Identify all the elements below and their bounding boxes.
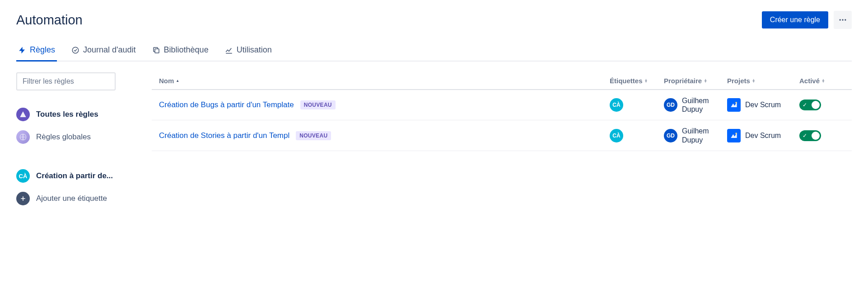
enabled-cell: ✓ bbox=[799, 100, 845, 110]
tab-usage[interactable]: Utilisation bbox=[223, 42, 274, 62]
rules-table: Nom ▲ Étiquettes ▲▼ Propriétaire ▲▼ Proj… bbox=[152, 72, 852, 210]
sidebar-item-global-rules[interactable]: Règles globales bbox=[16, 126, 134, 148]
tab-label: Journal d'audit bbox=[83, 45, 136, 55]
chart-icon bbox=[225, 46, 233, 54]
svg-point-0 bbox=[840, 19, 841, 20]
tabs: Règles Journal d'audit Bibliothèque Util… bbox=[16, 42, 852, 62]
column-projects[interactable]: Projets ▲▼ bbox=[727, 77, 799, 85]
svg-point-3 bbox=[72, 47, 79, 53]
globe-icon bbox=[16, 130, 30, 144]
sort-icon: ▲ bbox=[176, 80, 179, 82]
project-cell: Dev Scrum bbox=[727, 129, 799, 142]
svg-rect-4 bbox=[155, 49, 159, 53]
rule-name-cell: Création de Bugs à partir d'un Template … bbox=[159, 100, 610, 109]
create-rule-button[interactable]: Créer une règle bbox=[762, 11, 828, 28]
check-icon: ✓ bbox=[803, 102, 807, 108]
column-enabled[interactable]: Activé ▲▼ bbox=[799, 77, 845, 85]
sort-icon: ▲▼ bbox=[644, 79, 648, 83]
atlassian-icon bbox=[16, 108, 30, 121]
header-actions: Créer une règle bbox=[762, 11, 852, 29]
table-header: Nom ▲ Étiquettes ▲▼ Propriétaire ▲▼ Proj… bbox=[152, 72, 852, 90]
svg-point-1 bbox=[842, 19, 843, 20]
sort-icon: ▲▼ bbox=[752, 79, 756, 83]
content: Toutes les règles Règles globales CÀ Cré… bbox=[16, 72, 852, 210]
check-icon: ✓ bbox=[803, 133, 807, 139]
tag-avatar: CÀ bbox=[610, 98, 623, 112]
sidebar-item-label: Règles globales bbox=[36, 133, 91, 142]
sidebar-item-label: Toutes les règles bbox=[36, 110, 98, 119]
sidebar: Toutes les règles Règles globales CÀ Cré… bbox=[16, 72, 134, 210]
rule-link[interactable]: Création de Bugs à partir d'un Template bbox=[159, 100, 294, 109]
column-tags[interactable]: Étiquettes ▲▼ bbox=[610, 77, 664, 85]
tab-rules[interactable]: Règles bbox=[16, 42, 57, 62]
column-owner[interactable]: Propriétaire ▲▼ bbox=[664, 77, 727, 85]
toggle-knob bbox=[812, 101, 820, 109]
check-circle-icon bbox=[71, 46, 79, 54]
bolt-icon bbox=[18, 46, 26, 54]
sidebar-item-creation-from[interactable]: CÀ Création à partir de... bbox=[16, 165, 134, 187]
enabled-toggle[interactable]: ✓ bbox=[799, 100, 821, 110]
svg-point-2 bbox=[845, 19, 846, 20]
sidebar-item-add-tag[interactable]: Ajouter une étiquette bbox=[16, 187, 134, 210]
tags-cell: CÀ bbox=[610, 98, 664, 112]
enabled-toggle[interactable]: ✓ bbox=[799, 130, 821, 141]
sort-icon: ▲▼ bbox=[704, 79, 707, 83]
sort-icon: ▲▼ bbox=[821, 79, 825, 83]
sidebar-item-label: Création à partir de... bbox=[36, 171, 113, 180]
enabled-cell: ✓ bbox=[799, 130, 845, 141]
tag-avatar: CÀ bbox=[16, 169, 30, 183]
tab-label: Bibliothèque bbox=[164, 45, 209, 55]
tab-label: Règles bbox=[30, 45, 55, 55]
owner-cell: GD Guilhem Dupuy bbox=[664, 127, 727, 144]
project-cell: Dev Scrum bbox=[727, 98, 799, 112]
tab-audit[interactable]: Journal d'audit bbox=[70, 42, 138, 62]
tag-avatar: CÀ bbox=[610, 129, 623, 142]
rule-link[interactable]: Création de Stories à partir d'un Templ bbox=[159, 131, 289, 140]
project-icon bbox=[727, 129, 741, 142]
rule-name-cell: Création de Stories à partir d'un Templ … bbox=[159, 131, 610, 140]
filter-rules-input[interactable] bbox=[16, 72, 116, 90]
copy-icon bbox=[152, 46, 160, 54]
more-icon bbox=[838, 15, 847, 24]
sidebar-item-label: Ajouter une étiquette bbox=[36, 194, 107, 203]
page-header: Automation Créer une règle bbox=[16, 11, 852, 29]
tags-cell: CÀ bbox=[610, 129, 664, 142]
project-name: Dev Scrum bbox=[745, 101, 781, 109]
owner-name: Guilhem Dupuy bbox=[682, 127, 727, 144]
project-icon bbox=[727, 98, 741, 112]
owner-avatar: GD bbox=[664, 129, 677, 142]
owner-cell: GD Guilhem Dupuy bbox=[664, 96, 727, 114]
more-actions-button[interactable] bbox=[834, 11, 852, 29]
project-name: Dev Scrum bbox=[745, 132, 781, 140]
table-row: Création de Bugs à partir d'un Template … bbox=[152, 90, 852, 120]
new-badge: NOUVEAU bbox=[296, 131, 331, 140]
owner-name: Guilhem Dupuy bbox=[682, 96, 727, 114]
tab-library[interactable]: Bibliothèque bbox=[150, 42, 210, 62]
page-title: Automation bbox=[16, 13, 83, 28]
sidebar-item-all-rules[interactable]: Toutes les règles bbox=[16, 103, 134, 126]
plus-icon bbox=[16, 192, 30, 205]
svg-point-6 bbox=[735, 102, 737, 104]
tab-label: Utilisation bbox=[237, 45, 272, 55]
table-row: Création de Stories à partir d'un Templ … bbox=[152, 120, 852, 151]
svg-point-7 bbox=[735, 133, 737, 134]
owner-avatar: GD bbox=[664, 98, 677, 112]
toggle-knob bbox=[812, 132, 820, 140]
column-name[interactable]: Nom ▲ bbox=[159, 77, 610, 85]
new-badge: NOUVEAU bbox=[300, 100, 336, 109]
